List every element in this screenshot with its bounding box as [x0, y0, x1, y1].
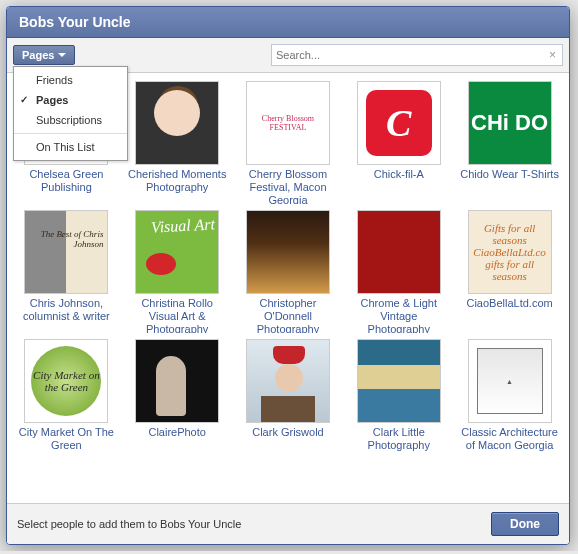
page-caption: Chido Wear T-Shirts — [457, 165, 563, 181]
page-caption: Christopher O'Donnell Photography — [235, 294, 341, 333]
filter-dropdown: Friends Pages Subscriptions On This List — [13, 66, 128, 161]
dialog-title: Bobs Your Uncle — [7, 7, 569, 38]
page-thumbnail: CHi DO — [468, 81, 552, 165]
footer-hint: Select people to add them to Bobs Your U… — [17, 518, 241, 530]
page-thumbnail: Gifts for all seasons CiaoBellaLtd.co gi… — [468, 210, 552, 294]
dialog-footer: Select people to add them to Bobs Your U… — [7, 503, 569, 544]
grid-item[interactable]: ClairePhoto — [124, 339, 230, 452]
page-thumbnail: Cherry Blossom FESTIVAL — [246, 81, 330, 165]
close-icon[interactable]: × — [547, 48, 558, 62]
page-caption: Christina Rollo Visual Art & Photography — [124, 294, 230, 333]
page-caption: Chrome & Light Vintage Photography — [346, 294, 452, 333]
page-thumbnail — [357, 210, 441, 294]
grid-item[interactable]: Clark Griswold — [235, 339, 341, 452]
page-thumbnail: ▲ — [468, 339, 552, 423]
filter-button-label: Pages — [22, 49, 54, 61]
page-caption: Cherry Blossom Festival, Macon Georgia — [235, 165, 341, 204]
page-caption: Chris Johnson, columnist & writer — [13, 294, 119, 323]
page-caption: Clark Little Photography — [346, 423, 452, 452]
page-caption: Clark Griswold — [235, 423, 341, 439]
grid-item[interactable]: Cherry Blossom FESTIVAL Cherry Blossom F… — [235, 81, 341, 204]
menu-divider — [14, 133, 127, 134]
page-thumbnail: The Best of Chris Johnson — [24, 210, 108, 294]
page-thumbnail: C — [357, 81, 441, 165]
page-thumbnail — [357, 339, 441, 423]
grid-item[interactable]: Christopher O'Donnell Photography — [235, 210, 341, 333]
grid-item[interactable]: Gifts for all seasons CiaoBellaLtd.co gi… — [457, 210, 563, 333]
filter-option-on-this-list[interactable]: On This List — [14, 137, 127, 157]
page-caption: CiaoBellaLtd.com — [457, 294, 563, 310]
page-caption: Chick-fil-A — [346, 165, 452, 181]
grid-item[interactable]: C Chick-fil-A — [346, 81, 452, 204]
filter-option-subscriptions[interactable]: Subscriptions — [14, 110, 127, 130]
grid-item[interactable]: Clark Little Photography — [346, 339, 452, 452]
grid-item[interactable]: ▲ Classic Architecture of Macon Georgia — [457, 339, 563, 452]
grid-item[interactable]: City Market on the Green City Market On … — [13, 339, 119, 452]
page-caption: ClairePhoto — [124, 423, 230, 439]
grid-item[interactable]: Visual Art Christina Rollo Visual Art & … — [124, 210, 230, 333]
grid-item[interactable]: Cherished Moments Photography — [124, 81, 230, 204]
page-caption: Chelsea Green Publishing — [13, 165, 119, 194]
chevron-down-icon — [58, 53, 66, 57]
page-caption: Cherished Moments Photography — [124, 165, 230, 194]
page-thumbnail — [135, 339, 219, 423]
page-thumbnail — [246, 339, 330, 423]
page-thumbnail — [135, 81, 219, 165]
add-to-list-dialog: Bobs Your Uncle Pages Friends Pages Subs… — [6, 6, 570, 545]
search-box[interactable]: × — [271, 44, 563, 66]
grid-item[interactable]: The Best of Chris Johnson Chris Johnson,… — [13, 210, 119, 333]
done-button[interactable]: Done — [491, 512, 559, 536]
filter-option-friends[interactable]: Friends — [14, 70, 127, 90]
search-input[interactable] — [276, 49, 547, 61]
page-thumbnail: Visual Art — [135, 210, 219, 294]
filter-option-pages[interactable]: Pages — [14, 90, 127, 110]
toolbar: Pages Friends Pages Subscriptions On Thi… — [7, 38, 569, 73]
filter-button[interactable]: Pages — [13, 45, 75, 65]
grid-item[interactable]: Chrome & Light Vintage Photography — [346, 210, 452, 333]
page-caption: Classic Architecture of Macon Georgia — [457, 423, 563, 452]
grid-item[interactable]: CHi DO Chido Wear T-Shirts — [457, 81, 563, 204]
page-thumbnail — [246, 210, 330, 294]
page-caption: City Market On The Green — [13, 423, 119, 452]
page-thumbnail: City Market on the Green — [24, 339, 108, 423]
